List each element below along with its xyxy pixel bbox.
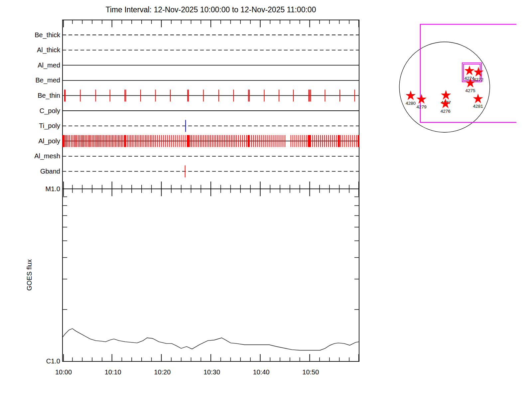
channel-label-Al_mesh: Al_mesh: [34, 152, 60, 160]
x-axis-label-10:30: 10:30: [203, 368, 220, 376]
x-axis-label-10:40: 10:40: [253, 368, 270, 376]
channel-label-Ti_poly: Ti_poly: [39, 122, 60, 130]
active-region-label-4275: 4275: [465, 88, 475, 93]
goes-log-minor-ticks: [63, 197, 359, 310]
x-axis-label-10:50: 10:50: [302, 368, 319, 376]
goes-ymax-label: M1.0: [46, 185, 60, 193]
channel-label-Be_thick: Be_thick: [35, 31, 61, 39]
goes-bottom-axis-ticks: [64, 354, 359, 361]
active-region-star-4279: [416, 94, 427, 104]
active-region-label-4281: 4281: [473, 104, 483, 109]
channel-label-Be_thin: Be_thin: [38, 92, 60, 99]
active-region-label-4279: 4279: [417, 104, 427, 109]
channel-label-C_poly: C_poly: [40, 107, 60, 115]
active-region-star-4277: [441, 90, 451, 100]
solar-disk-limb: [399, 42, 490, 132]
active-region-star-4272: [473, 67, 483, 76]
goes-panel-border: [63, 189, 359, 361]
goes-ymin-label: C1.0: [46, 357, 60, 365]
channel-label-Be_med: Be_med: [36, 76, 61, 84]
x-axis-label-10:20: 10:20: [154, 368, 171, 376]
channel-label-Al_poly: Al_poly: [38, 137, 60, 145]
figure-svg: GOES flux M1.0 C1.0 Be_thickAl_thickAl_m…: [0, 0, 532, 399]
plot-canvas: Time Interval: 12-Nov-2025 10:00:00 to 1…: [0, 0, 532, 399]
channel-label-Al_thick: Al_thick: [37, 46, 61, 54]
active-region-label-4276: 4276: [441, 109, 451, 114]
channel-label-Gband: Gband: [40, 168, 60, 175]
timeline-panel-border: [63, 20, 359, 189]
channel-label-Al_med: Al_med: [38, 62, 60, 69]
goes-flux-curve: [63, 329, 359, 350]
goes-y-axis-title: GOES flux: [26, 259, 33, 291]
active-region-star-4274: [465, 66, 474, 75]
active-region-star-4281: [473, 93, 483, 103]
x-axis-label-10:10: 10:10: [105, 368, 121, 376]
active-region-star-4280: [406, 90, 416, 100]
active-region-label-4274: 4274: [465, 76, 475, 81]
x-axis-label-10:00: 10:00: [55, 368, 72, 376]
active-region-label-4280: 4280: [406, 101, 416, 106]
timeline-top-axis-ticks: [64, 20, 359, 27]
